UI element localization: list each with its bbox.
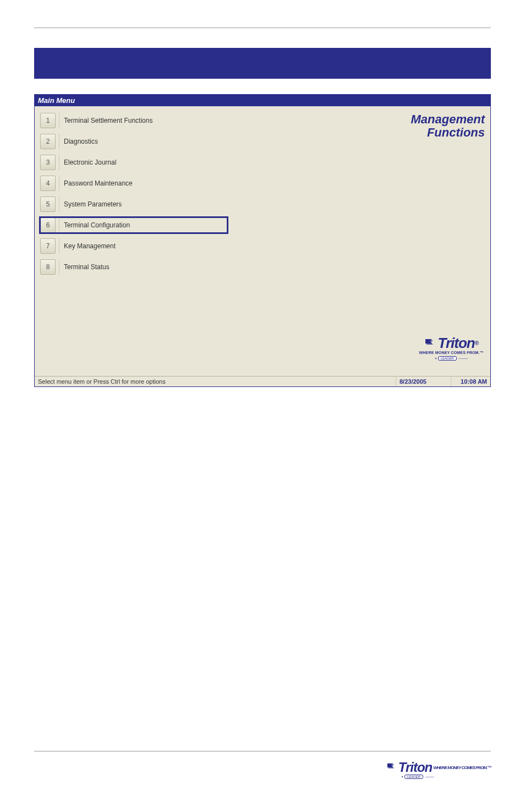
window-title: Main Menu — [38, 96, 75, 105]
brand-tagline: WHERE MONEY COMES FROM.™ — [419, 351, 484, 355]
management-title: Management Functions — [348, 113, 485, 139]
app-window: Main Menu 1 Terminal Settlement Function… — [34, 94, 491, 387]
window-titlebar: Main Menu — [35, 95, 490, 106]
menu-label-1: Terminal Settlement Functions — [59, 113, 227, 128]
menu-label-5: System Parameters — [59, 197, 227, 212]
menu-num-button-2[interactable]: 2 — [40, 134, 56, 149]
status-bar: Select menu item or Press Ctrl for more … — [35, 376, 490, 386]
menu-num-button-7[interactable]: 7 — [40, 238, 56, 254]
footer-brand-name: TritonWHERE MONEY COMES FROM.™ — [386, 760, 491, 775]
banner-bar — [34, 48, 491, 79]
menu-num-button-3[interactable]: 3 — [40, 155, 56, 170]
menu-num-button-4[interactable]: 4 — [40, 176, 56, 191]
brand-logo: Triton® WHERE MONEY COMES FROM.™ • LEADE… — [419, 335, 484, 361]
bottom-rule — [34, 751, 491, 751]
menu-num-button-8[interactable]: 8 — [40, 259, 56, 275]
menu-item-7[interactable]: 7 Key Management — [40, 238, 227, 254]
menu-item-2[interactable]: 2 Diagnostics — [40, 134, 227, 149]
app-body: 1 Terminal Settlement Functions 2 Diagno… — [35, 106, 490, 376]
menu-item-6[interactable]: 6 Terminal Configuration — [40, 217, 227, 233]
menu-num-button-6[interactable]: 6 — [40, 217, 56, 233]
right-column: Management Functions Triton® WHERE MO — [343, 106, 490, 376]
menu-label-6: Terminal Configuration — [59, 217, 227, 233]
menu-label-7: Key Management — [59, 238, 227, 254]
status-time: 10:08 AM — [451, 377, 490, 386]
menu-num-button-5[interactable]: 5 — [40, 197, 56, 212]
menu-item-5[interactable]: 5 System Parameters — [40, 197, 227, 212]
menu-column: 1 Terminal Settlement Functions 2 Diagno… — [35, 106, 343, 376]
menu-label-3: Electronic Journal — [59, 155, 227, 170]
menu-label-4: Password Maintenance — [59, 176, 227, 191]
footer-brand-flag-icon — [386, 762, 396, 772]
footer-brand: TritonWHERE MONEY COMES FROM.™ • LEADER … — [386, 760, 491, 779]
menu-item-8[interactable]: 8 Terminal Status — [40, 259, 227, 275]
management-title-line2: Functions — [348, 126, 485, 139]
menu-label-2: Diagnostics — [59, 134, 227, 149]
status-date: 8/23/2005 — [396, 377, 451, 386]
menu-item-4[interactable]: 4 Password Maintenance — [40, 176, 227, 191]
top-rule — [34, 28, 491, 28]
management-title-line1: Management — [348, 113, 485, 126]
menu-label-8: Terminal Status — [59, 259, 227, 275]
brand-name: Triton® — [424, 335, 478, 352]
brand-flag-icon — [424, 338, 435, 349]
brand-subline: • LEADER —— — [419, 356, 484, 361]
status-hint: Select menu item or Press Ctrl for more … — [35, 377, 396, 386]
menu-item-3[interactable]: 3 Electronic Journal — [40, 155, 227, 170]
menu-num-button-1[interactable]: 1 — [40, 113, 56, 128]
menu-item-1[interactable]: 1 Terminal Settlement Functions — [40, 113, 227, 128]
